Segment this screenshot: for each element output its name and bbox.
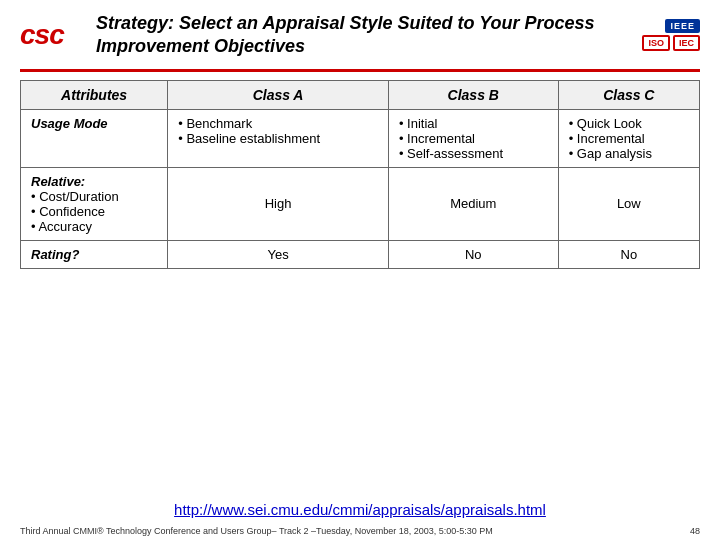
ieee-logo: IEEE: [665, 19, 700, 33]
list-item: Gap analysis: [569, 146, 689, 161]
rating-class-c: No: [558, 240, 699, 268]
usage-mode-class-b: Initial Incremental Self-assessment: [388, 109, 558, 167]
page-number: 48: [690, 526, 700, 536]
usage-mode-label-cell: Usage Mode: [21, 109, 168, 167]
iec-logo: IEC: [673, 35, 700, 51]
list-item: Initial: [399, 116, 548, 131]
iso-iec-logos: ISO IEC: [642, 35, 700, 51]
table-row-rating: Rating? Yes No No: [21, 240, 700, 268]
col-header-class-c: Class C: [558, 80, 699, 109]
usage-mode-class-c: Quick Look Incremental Gap analysis: [558, 109, 699, 167]
iso-logo: ISO: [642, 35, 670, 51]
relative-label: Relative:: [31, 174, 85, 189]
footnote-text: Third Annual CMMI® Technology Conference…: [20, 526, 493, 536]
org-logos: IEEE ISO IEC: [642, 19, 700, 51]
page-title: Strategy: Select an Appraisal Style Suit…: [96, 12, 626, 59]
list-item: Benchmark: [178, 116, 378, 131]
list-item: Incremental: [399, 131, 548, 146]
table-row-relative: Relative: • Cost/Duration • Confidence •…: [21, 167, 700, 240]
relative-class-c: Low: [558, 167, 699, 240]
relative-class-b: Medium: [388, 167, 558, 240]
header: csc Strategy: Select an Appraisal Style …: [0, 0, 720, 65]
relative-cost: • Cost/Duration: [31, 189, 119, 204]
table-row-usage-mode: Usage Mode Benchmark Baseline establishm…: [21, 109, 700, 167]
list-item: Self-assessment: [399, 146, 548, 161]
title-italic: Strategy:: [96, 13, 174, 33]
relative-label-cell: Relative: • Cost/Duration • Confidence •…: [21, 167, 168, 240]
relative-class-a: High: [168, 167, 389, 240]
usage-mode-label: Usage Mode: [31, 116, 108, 131]
footer-bar: Third Annual CMMI® Technology Conference…: [0, 522, 720, 540]
relative-accuracy: • Accuracy: [31, 219, 92, 234]
col-header-class-a: Class A: [168, 80, 389, 109]
list-item: Incremental: [569, 131, 689, 146]
rating-class-b: No: [388, 240, 558, 268]
rating-class-a: Yes: [168, 240, 389, 268]
rating-label: Rating?: [31, 247, 79, 262]
col-header-attributes: Attributes: [21, 80, 168, 109]
list-item: Quick Look: [569, 116, 689, 131]
list-item: Baseline establishment: [178, 131, 378, 146]
footer-link[interactable]: http://www.sei.cmu.edu/cmmi/appraisals/a…: [0, 493, 720, 522]
usage-mode-class-a: Benchmark Baseline establishment: [168, 109, 389, 167]
table-container: Attributes Class A Class B Class C Usage…: [0, 80, 720, 493]
table-header-row: Attributes Class A Class B Class C: [21, 80, 700, 109]
appraisal-table: Attributes Class A Class B Class C Usage…: [20, 80, 700, 269]
page: csc Strategy: Select an Appraisal Style …: [0, 0, 720, 540]
csc-logo: csc: [20, 19, 80, 51]
red-divider: [20, 69, 700, 72]
rating-label-cell: Rating?: [21, 240, 168, 268]
col-header-class-b: Class B: [388, 80, 558, 109]
relative-confidence: • Confidence: [31, 204, 105, 219]
